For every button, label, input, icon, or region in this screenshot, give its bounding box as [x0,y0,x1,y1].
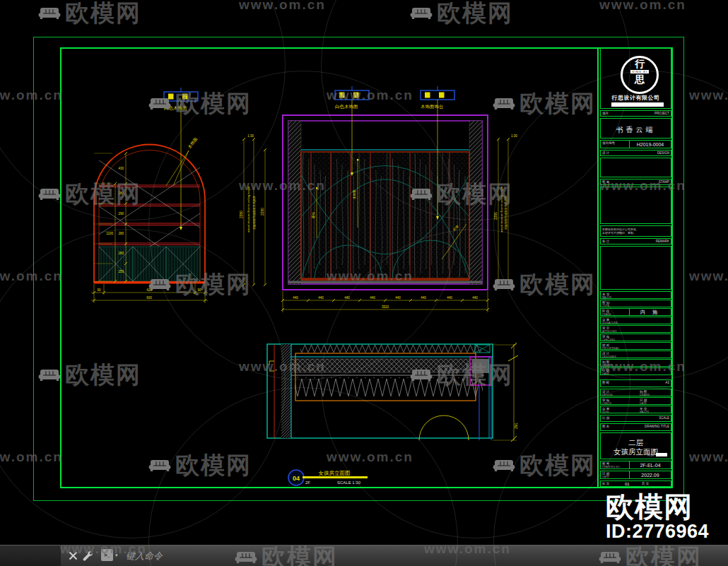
viewport-number: 04 [293,475,300,482]
model-id: ID:2776964 [606,522,709,541]
svg-text:木饰面: 木饰面 [353,189,356,199]
svg-text:440: 440 [344,296,350,300]
svg-text:290: 290 [118,212,124,216]
svg-text:291: 291 [514,423,518,429]
revision-value: 01 [625,482,630,486]
svg-text:actual structure floor to ceil: actual structure floor to ceiling height [247,186,250,232]
watermark-url: www.om.cn [689,269,728,284]
command-input[interactable]: 键入命令 [126,550,163,562]
svg-text:430: 430 [118,167,124,170]
svg-text:280: 280 [118,232,124,235]
chevron-down-icon[interactable]: ▾ [115,553,118,558]
material-tag-1[interactable]: 白色木饰面 [164,88,198,230]
project-number-row: 项目编号 H2019-0004 [600,140,671,148]
drawing-area[interactable]: 430 280 290 280 280 250 1100 90 420 90 6… [60,47,597,488]
cabinet-bottom-dim-values: 90 420 90 600 [97,288,201,300]
elevation-left-dimensions: 1:30 2350 2250 actual structure floor to… [239,134,266,286]
svg-text:硬包: 硬包 [311,212,316,219]
svg-text:600: 600 [146,296,152,300]
svg-text:90: 90 [97,288,101,292]
sofa-icon [37,6,62,20]
section-detail: 291 [267,343,518,442]
drawing-title-box: 二层 女孩房立面图 比例 [600,432,671,459]
svg-text:90: 90 [197,288,201,292]
section-right-dimension: 291 [493,343,518,442]
svg-text:1:30: 1:30 [511,134,517,138]
svg-text:actual structure floor to ceil: actual structure floor to ceiling height [500,186,503,232]
project-name-box: 书香云端 [600,118,671,138]
svg-text:1:30: 1:30 [247,134,254,138]
svg-text:2350: 2350 [493,212,498,220]
sofa-icon [409,6,434,20]
svg-text:280: 280 [118,191,124,195]
svg-text:2350: 2350 [239,211,243,218]
company-logo: 行 XING SI 思 [621,56,659,94]
command-bar-left-panel [0,546,61,566]
svg-text:440: 440 [370,296,375,300]
viewport-title: 04 女孩房立面图 2F SCALE 1:30 [288,470,368,485]
date-row: 日 期DATE 2022.09 [600,471,671,479]
arched-cabinet-elevation: 430 280 290 280 280 250 1100 90 420 90 6… [91,88,208,303]
cabinet-bottom-dimensions [91,284,208,303]
svg-text:440: 440 [395,296,401,300]
arch-callout: 木饰面 [166,136,199,186]
door-swing-arc [419,415,469,440]
svg-text:白色木饰面: 白色木饰面 [164,105,187,111]
svg-text:白色木饰面: 白色木饰面 [335,104,358,110]
watermark-brand: 欧模网 [37,0,141,30]
crosshatch-band [291,359,484,372]
copyright-note: 本图纸版权归设计公司所有, 未经许可不得翻印、复制。 [600,225,671,237]
site-name: 欧模网 [606,493,709,521]
revision-row: 版 次 01 页 次 [600,480,671,487]
project-number: H2019-0004 [637,142,664,147]
close-icon[interactable] [69,551,78,560]
svg-text:250: 250 [118,270,124,273]
svg-text:实际墙面完成面至天花高度: 实际墙面完成面至天花高度 [504,196,508,230]
title-block: 行 XING SI 思 行思设计有限公司 项目 PROJECT 书香云端 项目编… [597,47,673,488]
date-value: 2022.09 [641,473,659,478]
company-name: 行思设计有限公司 [601,94,671,102]
legend-swatch [656,453,667,456]
svg-text:木饰面: 木饰面 [187,136,199,151]
command-bar[interactable]: >_ ▾ 键入命令 [0,545,728,566]
customize-wrench-icon[interactable] [82,550,93,561]
svg-text:440: 440 [447,296,452,300]
watermark-url: www.om.cn [239,0,326,13]
main-wall-elevation: 硬包 木饰面 灯带 白色木饰面 木饰面饰台 [239,86,517,312]
site-branding: 欧模网 ID:2776964 [606,493,709,541]
watermark-url: www.om.cn [689,88,728,103]
title-block-logo-box: 行 XING SI 思 行思设计有限公司 [600,48,671,109]
project-name: 书香云端 [601,125,671,135]
svg-text:440: 440 [318,296,324,300]
svg-text:实际墙面完成面至天花高度: 实际墙面完成面至天花高度 [252,196,257,230]
right-pilaster [469,121,482,284]
viewport-title-text: 女孩房立面图 [319,470,351,476]
svg-text:木饰面饰台: 木饰面饰台 [421,104,444,110]
viewport-scale: SCALE 1:30 [337,480,361,485]
command-prompt-icon[interactable]: >_ [101,549,113,561]
left-pilaster [288,121,301,284]
watermark-brand: 欧模网 [409,0,513,30]
phase-value: 内 施 [640,309,660,316]
drawing-number-row: 图 号DRAWING NO. 2F-EL-04 [600,461,671,469]
watermark-url: www.om.cn [689,449,728,465]
zigzag-hatch-bottom [295,377,483,396]
svg-text:280: 280 [118,252,124,255]
phase-row: 阶 段PHASE 内 施 [600,308,671,316]
zigzag-hatch-top [300,345,481,353]
svg-text:420: 420 [146,288,152,292]
elevation-right-dimensions: 1:30 2350 actual structure floor to ceil… [493,134,517,286]
viewport-floor: 2F [305,480,310,485]
company-underline-bar [611,102,664,107]
svg-text:2250: 2250 [260,208,264,216]
watermark-url: www.om.cn [599,0,686,13]
drawing-number: 2F-EL-04 [640,463,660,468]
svg-text:440: 440 [421,296,426,300]
svg-text:1100: 1100 [106,232,113,235]
svg-text:440: 440 [293,296,298,300]
drawing-title-line1: 二层 [601,438,671,448]
svg-text:440: 440 [472,296,478,300]
elevation-bottom-dimensions: 440 440 440 440 440 440 440 440 3520 [281,291,489,312]
svg-text:3520: 3520 [382,305,389,309]
cad-application-canvas: 430 280 290 280 280 250 1100 90 420 90 6… [0,0,728,566]
